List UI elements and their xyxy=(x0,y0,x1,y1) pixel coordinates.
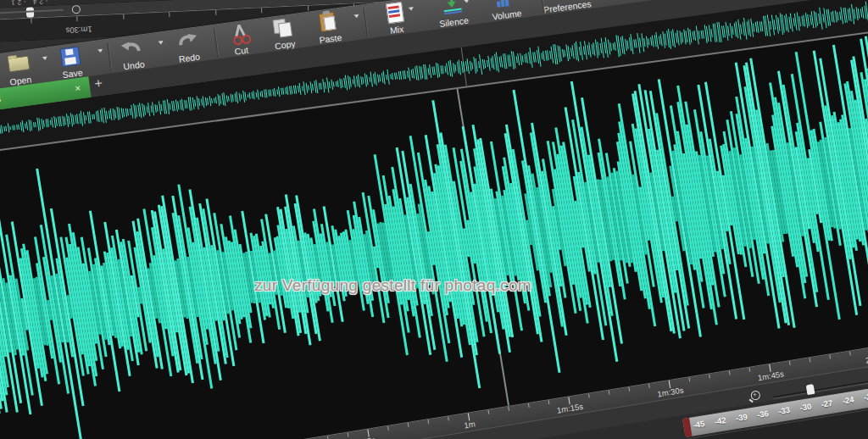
dropdown-arrow-icon[interactable] xyxy=(42,57,47,61)
ruler-minor-tick xyxy=(348,432,349,436)
save-icon xyxy=(58,45,83,68)
ruler-minor-tick xyxy=(628,387,630,392)
ruler-minor-tick xyxy=(849,352,851,356)
meter-db-label: -21 xyxy=(863,392,868,403)
redo-icon xyxy=(175,30,199,53)
ruler-minor-tick xyxy=(609,391,610,395)
new-tab-button[interactable]: + xyxy=(93,75,103,92)
meter-db-label: -45 xyxy=(693,419,705,430)
mix-icon xyxy=(382,2,407,25)
ruler-minor-tick xyxy=(488,410,490,414)
cut-icon xyxy=(227,22,252,45)
ruler-minor-tick xyxy=(508,407,509,411)
ruler-time-label: 2m xyxy=(865,354,868,365)
ruler-minor-tick xyxy=(528,403,530,408)
meter-db-label: -30 xyxy=(799,402,812,413)
ruler-minor-tick xyxy=(427,420,429,424)
zoom-magnifier-icon[interactable]: + xyxy=(750,390,761,401)
paste-icon xyxy=(316,10,341,33)
flipped-ruler-tick xyxy=(308,6,309,11)
dropdown-arrow-icon[interactable] xyxy=(409,7,414,11)
flipped-ruler-tick xyxy=(262,8,263,13)
ruler-time-label: 1m xyxy=(464,419,476,430)
ruler-minor-tick xyxy=(729,371,731,375)
meter-red-segment xyxy=(682,418,692,437)
ruler-minor-tick xyxy=(810,358,811,362)
flipped-ruler-tick xyxy=(170,12,170,17)
tab-close-icon[interactable]: × xyxy=(73,78,81,99)
ruler-minor-tick xyxy=(709,374,710,378)
flipped-ruler-time-label: 1m:30s xyxy=(65,25,92,35)
flipped-magnifier-icon xyxy=(72,5,81,14)
ruler-minor-tick xyxy=(648,384,650,388)
ruler-minor-tick xyxy=(387,426,389,431)
ruler-minor-tick xyxy=(448,416,449,420)
dropdown-arrow-icon[interactable] xyxy=(159,41,164,45)
undo-icon xyxy=(120,36,144,59)
toolbar-group-separator xyxy=(363,8,368,37)
meter-db-label: -39 xyxy=(735,412,748,423)
audio-editor-window: 1m:15s1m:30s -24 -21 45s1m1m:15s1m:30s1m… xyxy=(0,0,868,439)
flipped-meter-digits: -24 -21 xyxy=(8,0,48,7)
flipped-ruler-tick xyxy=(31,19,31,24)
meter-db-label: -36 xyxy=(756,408,769,420)
watermark: zur Verfügung gestellt für photaq.com xyxy=(254,276,531,295)
ruler-minor-tick xyxy=(327,436,329,439)
dropdown-arrow-icon[interactable] xyxy=(97,49,103,53)
silence-icon xyxy=(439,0,464,17)
ruler-minor-tick xyxy=(688,377,690,381)
meter-db-label: -42 xyxy=(714,415,726,426)
ruler-minor-tick xyxy=(408,423,409,427)
meter-db-label: -33 xyxy=(777,405,790,416)
ruler-minor-tick xyxy=(789,361,791,365)
ruler-minor-tick xyxy=(829,354,831,358)
open-icon xyxy=(6,53,31,75)
ruler-time-label: 45s xyxy=(362,435,376,439)
meter-db-label: -24 xyxy=(842,395,854,406)
copy-icon xyxy=(270,16,295,39)
ruler-minor-tick xyxy=(548,400,550,404)
ruler-minor-tick xyxy=(588,393,590,397)
flipped-ruler-tick xyxy=(215,10,216,15)
meter-db-label: -27 xyxy=(821,398,833,409)
ruler-minor-tick xyxy=(748,368,750,372)
dropdown-arrow-icon[interactable] xyxy=(353,14,359,19)
flipped-ruler-tick xyxy=(77,16,78,21)
flipped-ruler-tick xyxy=(123,14,124,19)
